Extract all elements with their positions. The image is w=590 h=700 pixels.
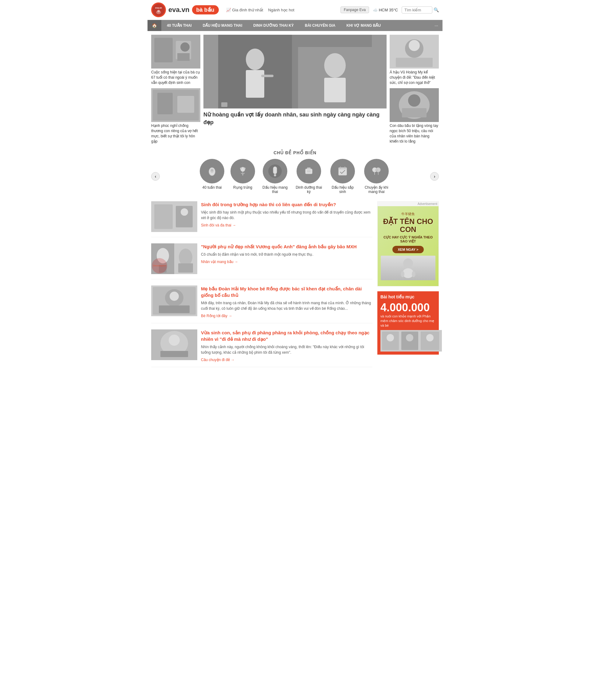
article-row-4-desc: Nhìn thấy cảnh này, người chồng không kh… bbox=[201, 344, 373, 355]
ad-baby-img bbox=[381, 256, 435, 280]
babau-badge[interactable]: bà bầu bbox=[192, 5, 219, 14]
topic-label-rungtru: Rụng trứng bbox=[233, 185, 252, 190]
nav-item-khivo[interactable]: KHI VỢ MANG BẦU bbox=[341, 20, 386, 31]
topic-chuyenay[interactable]: ♀♂ Chuyện ấy khi mang thai bbox=[363, 159, 390, 194]
search-input[interactable] bbox=[402, 6, 432, 13]
nav-item-baichuyengia[interactable]: BÀI CHUYÊN GIA bbox=[299, 20, 341, 31]
header-link-family[interactable]: 📈 Gia đình thứ nhất bbox=[226, 8, 263, 12]
articles-sidebar: Advertisement 牛羊猪鱼 ĐẶT TÊN CHO CON CỰC H… bbox=[377, 201, 439, 373]
topic-40tuan[interactable]: 40 tuần thai bbox=[200, 159, 224, 194]
nav-item-dauhieu[interactable]: DẤU HIỆU MANG THAI bbox=[197, 20, 248, 31]
svg-point-19 bbox=[324, 53, 346, 78]
svg-rect-24 bbox=[396, 58, 433, 67]
svg-point-15 bbox=[246, 48, 264, 70]
article-row-1-content: Sinh đôi trong trường hợp nào thì có liê… bbox=[201, 201, 373, 232]
nav-home[interactable]: 🏠 bbox=[148, 20, 161, 31]
svg-point-39 bbox=[240, 168, 242, 169]
svg-rect-45 bbox=[305, 169, 312, 174]
article-left-2[interactable]: Hạnh phúc nghỉ chồng thương con riêng củ… bbox=[151, 88, 200, 144]
article-row-4-img bbox=[151, 329, 197, 360]
article-right-1[interactable]: Á hậu Vũ Hoàng My kể chuyện đi đẻ: "Đau … bbox=[390, 35, 439, 85]
header: eva.vn eva.vn bà bầu 📈 Gia đình thứ nhất… bbox=[148, 0, 442, 20]
popular-topics-title: CHỦ ĐỀ PHỔ BIẾN bbox=[151, 150, 439, 155]
carousel-next-btn[interactable]: › bbox=[430, 172, 439, 181]
svg-point-40 bbox=[244, 168, 245, 169]
ad-title: ĐẶT TÊN CHO CON bbox=[381, 218, 435, 234]
article-left-2-img bbox=[151, 88, 200, 122]
svg-point-3 bbox=[157, 10, 160, 12]
nav-more[interactable]: ··· bbox=[430, 20, 442, 31]
logo-text: eva.vn bbox=[168, 6, 190, 14]
col-left: Cuộc sống hiện tại của bà cụ 67 tuổi có … bbox=[151, 35, 200, 144]
svg-point-43 bbox=[274, 174, 276, 176]
article-row-1-img bbox=[151, 201, 197, 232]
article-row-4-tag[interactable]: Câu chuyện đi đẻ → bbox=[201, 358, 234, 362]
col-center[interactable]: Nữ hoàng quần vợt lấy doanh nhân, sau si… bbox=[203, 35, 387, 144]
topic-icon-dinhduo bbox=[297, 159, 321, 184]
svg-rect-61 bbox=[154, 204, 173, 229]
fanpage-button[interactable]: Fanpage Eva bbox=[340, 6, 369, 13]
article-row-3-desc: Mới đây, trên trang cá nhân, Đoàn Hải My… bbox=[201, 300, 373, 311]
hot-sidebar-title: Bài hot tiểu mục bbox=[380, 294, 436, 299]
article-row-1-desc: Việc sinh đôi hay sinh một phụ thuộc vào… bbox=[201, 210, 373, 221]
svg-point-75 bbox=[170, 292, 179, 301]
svg-text:♀♂: ♀♂ bbox=[375, 168, 378, 171]
nav-item-40tuan[interactable]: 40 TUẦN THAI bbox=[161, 20, 197, 31]
search-icon[interactable]: 🔍 bbox=[433, 7, 439, 12]
col-right: Á hậu Vũ Hoàng My kể chuyện đi đẻ: "Đau … bbox=[390, 35, 439, 144]
article-row-3-title: Mẹ bầu Đoàn Hải My khoe bé Rồng được bác… bbox=[201, 286, 373, 298]
svg-rect-20 bbox=[324, 78, 346, 102]
article-row-1[interactable]: Sinh đôi trong trường hợp nào thì có liê… bbox=[151, 201, 373, 237]
article-row-3[interactable]: Mẹ bầu Đoàn Hải My khoe bé Rồng được bác… bbox=[151, 286, 373, 323]
svg-rect-11 bbox=[157, 93, 173, 114]
article-right-1-title: Á hậu Vũ Hoàng My kể chuyện đi đẻ: "Đau … bbox=[390, 70, 439, 85]
topic-label-chuyenay: Chuyện ấy khi mang thai bbox=[363, 185, 390, 194]
header-link-industry[interactable]: Ngành học hot bbox=[268, 8, 294, 12]
nav-item-dinhduong[interactable]: DINH DƯỠNG THAI KỲ bbox=[248, 20, 299, 31]
topic-label-dausapsinh: Dấu hiệu sắp sinh bbox=[329, 185, 357, 194]
article-row-2-content: "Người phụ nữ đẹp nhất Vương quốc Anh" đ… bbox=[201, 243, 373, 274]
topic-icon-dauhieu bbox=[263, 159, 287, 184]
article-left-1[interactable]: Cuộc sống hiện tại của bà cụ 67 tuổi có … bbox=[151, 35, 200, 85]
top-articles-grid: Cuộc sống hiện tại của bà cụ 67 tuổi có … bbox=[151, 35, 439, 144]
article-left-1-title: Cuộc sống hiện tại của bà cụ 67 tuổi có … bbox=[151, 70, 200, 85]
article-right-2-title: Con dâu bầu bí tặng vòng tay ngọc bích 5… bbox=[390, 123, 439, 144]
ad-label: Advertisement bbox=[378, 202, 438, 206]
article-row-4-content: Vừa sinh con, sản phụ đi phăng phăng ra … bbox=[201, 329, 373, 362]
article-row-4[interactable]: Vừa sinh con, sản phụ đi phăng phăng ra … bbox=[151, 329, 373, 367]
article-row-2-desc: Cô chuẩn bị đảm nhận vai trò mới, trở th… bbox=[201, 252, 373, 257]
topic-rungtru[interactable]: Rụng trứng bbox=[230, 159, 255, 194]
svg-point-63 bbox=[181, 208, 188, 216]
topic-dausapsinh[interactable]: Dấu hiệu sắp sinh bbox=[329, 159, 357, 194]
article-row-2[interactable]: Developed "Người phụ nữ đẹp nhất Vương q… bbox=[151, 243, 373, 279]
svg-rect-80 bbox=[161, 351, 188, 357]
article-right-2-img bbox=[390, 88, 439, 122]
article-row-3-content: Mẹ bầu Đoàn Hải My khoe bé Rồng được bác… bbox=[201, 286, 373, 318]
article-left-2-title: Hạnh phúc nghỉ chồng thương con riêng củ… bbox=[151, 123, 200, 144]
svg-rect-29 bbox=[402, 108, 426, 117]
topic-icon-chuyenay: ♀♂ bbox=[364, 159, 389, 184]
svg-rect-46 bbox=[307, 168, 311, 169]
logo-area: eva.vn eva.vn bà bầu bbox=[151, 2, 219, 17]
center-article-img bbox=[203, 35, 387, 108]
article-row-3-tag[interactable]: Bé Rồng tới đây → bbox=[201, 314, 232, 318]
search-area: 🔍 bbox=[402, 6, 439, 13]
article-row-1-tag[interactable]: Sinh đôi và đa thai → bbox=[201, 223, 236, 227]
svg-point-28 bbox=[408, 94, 420, 107]
articles-section: Sinh đôi trong trường hợp nào thì có liê… bbox=[151, 201, 439, 373]
carousel-prev-btn[interactable]: ‹ bbox=[151, 172, 160, 181]
topic-dinhduo[interactable]: Dinh dưỡng thai kỳ bbox=[295, 159, 323, 194]
ad-image[interactable]: 牛羊猪鱼 ĐẶT TÊN CHO CON CỰC HAY CỰC Ý NGHĨA… bbox=[378, 206, 438, 286]
topic-dauhieu[interactable]: Dấu hiệu mang thai bbox=[261, 159, 289, 194]
svg-point-68 bbox=[179, 248, 192, 266]
header-links: 📈 Gia đình thứ nhất Ngành học hot bbox=[226, 8, 294, 12]
article-right-2[interactable]: Con dâu bầu bí tặng vòng tay ngọc bích 5… bbox=[390, 88, 439, 144]
article-row-2-tag[interactable]: Nhân vật mang bầu → bbox=[201, 260, 238, 264]
topics-list: 40 tuần thai Rụng trứng bbox=[160, 159, 430, 194]
svg-point-90 bbox=[406, 334, 413, 341]
nav-bar: 🏠 40 TUẦN THAI DẤU HIỆU MANG THAI DINH D… bbox=[148, 20, 442, 31]
svg-point-33 bbox=[211, 169, 213, 171]
topic-icon-rungtru bbox=[230, 159, 255, 184]
ad-btn[interactable]: XEM NGAY > bbox=[392, 246, 424, 253]
svg-point-7 bbox=[180, 42, 190, 52]
